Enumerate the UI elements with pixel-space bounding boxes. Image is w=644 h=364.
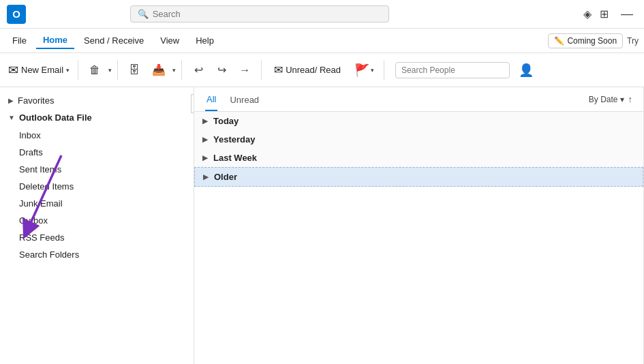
group-last-week[interactable]: ▶ Last Week bbox=[194, 149, 643, 167]
flag-button[interactable]: 🚩 ▾ bbox=[350, 60, 378, 80]
flag-icon: 🚩 bbox=[354, 63, 369, 78]
search-bar[interactable]: 🔍 bbox=[130, 5, 389, 22]
older-label: Older bbox=[214, 172, 237, 182]
sort-by-date-button[interactable]: By Date ▾ bbox=[589, 95, 624, 104]
sidebar-folder-rss[interactable]: RSS Feeds bbox=[0, 229, 194, 246]
undo-button[interactable]: ↩ bbox=[187, 59, 209, 81]
unread-read-button[interactable]: ✉ Unread/ Read bbox=[267, 61, 348, 79]
move-button[interactable]: 📥 bbox=[148, 59, 170, 81]
title-bar: O 🔍 ◈ ⊞ — bbox=[0, 0, 644, 29]
search-people-input[interactable] bbox=[401, 65, 504, 75]
last-week-chevron-icon: ▶ bbox=[202, 154, 208, 162]
search-input[interactable] bbox=[153, 9, 382, 19]
outlook-logo: O bbox=[7, 5, 26, 24]
sidebar-folder-deleted[interactable]: Deleted Items bbox=[0, 178, 194, 195]
menu-view[interactable]: View bbox=[153, 33, 186, 48]
sort-label: By Date bbox=[589, 95, 618, 104]
group-today[interactable]: ▶ Today bbox=[194, 112, 643, 130]
menu-bar-right: ✏️ Coming Soon Try bbox=[548, 33, 639, 48]
sort-chevron-icon: ▾ bbox=[620, 95, 624, 104]
group-yesterday[interactable]: ▶ Yesterday bbox=[194, 130, 643, 149]
envelope-icon: ✉ bbox=[274, 63, 283, 76]
outlook-data-file-chevron-icon: ▼ bbox=[8, 114, 15, 121]
favorites-label: Favorites bbox=[18, 95, 54, 106]
separator-4 bbox=[261, 60, 262, 80]
try-button[interactable]: Try bbox=[627, 36, 639, 46]
person-icon-button[interactable]: 👤 bbox=[515, 59, 537, 81]
content-area: All Unread By Date ▾ ↑ ▶ Today ▶ Yesterd… bbox=[194, 87, 643, 364]
minimize-button[interactable]: — bbox=[617, 7, 637, 21]
title-bar-right: ◈ ⊞ — bbox=[583, 7, 637, 21]
coming-soon-label: Coming Soon bbox=[567, 36, 617, 46]
today-label: Today bbox=[213, 116, 239, 126]
sidebar-collapse-button[interactable]: ◀ bbox=[191, 94, 194, 113]
group-older[interactable]: ▶ Older bbox=[194, 167, 643, 187]
sort-direction-button[interactable]: ↑ bbox=[628, 94, 633, 104]
older-chevron-icon: ▶ bbox=[203, 173, 209, 181]
coming-soon-button[interactable]: ✏️ Coming Soon bbox=[548, 33, 623, 48]
forward-button[interactable]: → bbox=[234, 59, 256, 81]
tab-unread[interactable]: Unread bbox=[228, 92, 260, 110]
separator-1 bbox=[78, 60, 78, 80]
sidebar-folder-junk[interactable]: Junk Email bbox=[0, 195, 194, 212]
menu-home[interactable]: Home bbox=[36, 32, 74, 49]
separator-5 bbox=[384, 60, 384, 80]
menu-help[interactable]: Help bbox=[189, 33, 221, 48]
sort-area: By Date ▾ ↑ bbox=[589, 94, 632, 108]
tab-all[interactable]: All bbox=[205, 91, 217, 111]
new-email-button[interactable]: ✉ New Email ▾ bbox=[5, 60, 72, 80]
email-list: ▶ Today ▶ Yesterday ▶ Last Week ▶ Older bbox=[194, 112, 643, 364]
separator-2 bbox=[117, 60, 118, 80]
move-dropdown-arrow[interactable]: ▾ bbox=[172, 67, 176, 74]
qr-icon[interactable]: ⊞ bbox=[600, 7, 609, 20]
yesterday-label: Yesterday bbox=[213, 134, 255, 145]
ribbon: ✉ New Email ▾ 🗑 ▾ 🗄 📥 ▾ ↩ ↪ → ✉ Unread/ … bbox=[0, 53, 644, 87]
diamond-icon[interactable]: ◈ bbox=[583, 7, 592, 20]
outlook-data-file-label: Outlook Data File bbox=[19, 112, 92, 123]
menu-bar: File Home Send / Receive View Help ✏️ Co… bbox=[0, 29, 644, 53]
today-chevron-icon: ▶ bbox=[202, 117, 208, 125]
sidebar-favorites[interactable]: ▶ Favorites bbox=[0, 93, 194, 108]
sidebar-folder-outbox[interactable]: Outbox bbox=[0, 212, 194, 229]
menu-send-receive[interactable]: Send / Receive bbox=[77, 33, 151, 48]
separator-3 bbox=[181, 60, 182, 80]
search-people-box[interactable] bbox=[395, 62, 510, 78]
person-icon: 👤 bbox=[519, 63, 534, 78]
sidebar-folder-search[interactable]: Search Folders bbox=[0, 246, 194, 263]
new-email-dropdown-arrow[interactable]: ▾ bbox=[66, 67, 70, 74]
archive-button[interactable]: 🗄 bbox=[123, 59, 145, 81]
search-icon: 🔍 bbox=[138, 9, 149, 19]
unread-read-label: Unread/ Read bbox=[286, 65, 341, 75]
undo-redo-group: ↩ ↪ → bbox=[187, 59, 256, 81]
new-email-label: New Email bbox=[21, 65, 63, 75]
delete-button[interactable]: 🗑 bbox=[84, 59, 106, 81]
wand-icon: ✏️ bbox=[554, 36, 564, 46]
menu-file[interactable]: File bbox=[5, 33, 33, 48]
last-week-label: Last Week bbox=[213, 153, 257, 163]
sidebar-folder-sent[interactable]: Sent Items bbox=[0, 161, 194, 178]
main-layout: ◀ ▶ Favorites ▼ Outlook Data File Inbox … bbox=[0, 87, 644, 364]
delete-dropdown-arrow[interactable]: ▾ bbox=[108, 67, 112, 74]
favorites-chevron-icon: ▶ bbox=[8, 97, 14, 104]
sidebar-folder-inbox[interactable]: Inbox bbox=[0, 127, 194, 144]
sidebar: ◀ ▶ Favorites ▼ Outlook Data File Inbox … bbox=[0, 87, 194, 364]
sidebar-outlook-data-file[interactable]: ▼ Outlook Data File bbox=[0, 108, 194, 127]
yesterday-chevron-icon: ▶ bbox=[202, 136, 208, 143]
flag-dropdown-arrow[interactable]: ▾ bbox=[371, 67, 374, 74]
sidebar-folder-drafts[interactable]: Drafts bbox=[0, 144, 194, 161]
tabs-bar: All Unread By Date ▾ ↑ bbox=[194, 87, 643, 112]
email-icon: ✉ bbox=[8, 63, 18, 78]
redo-button[interactable]: ↪ bbox=[211, 59, 232, 81]
